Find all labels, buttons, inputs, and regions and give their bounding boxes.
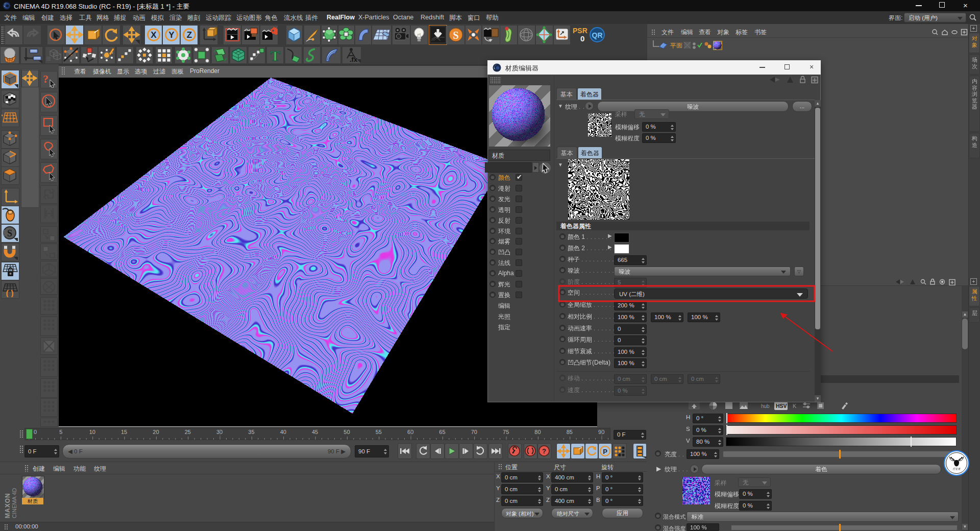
svg-text:行走者: 行走者 [953, 467, 961, 470]
